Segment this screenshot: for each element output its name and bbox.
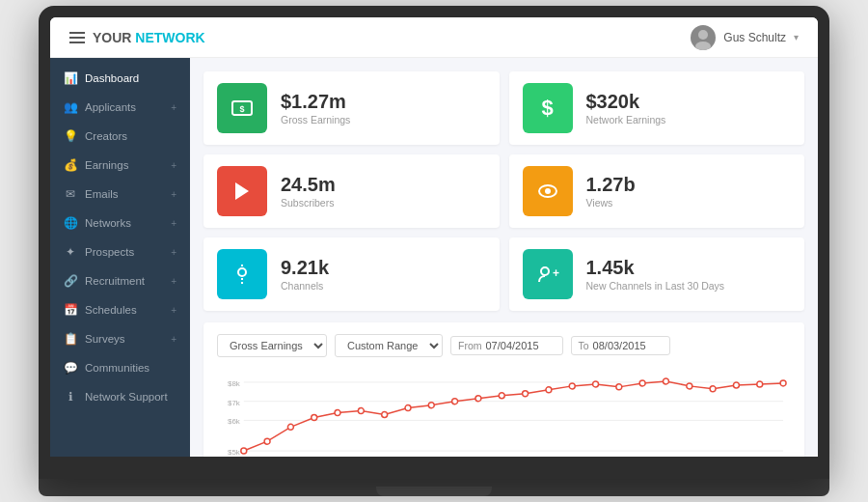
sidebar-plus[interactable]: + — [171, 218, 176, 229]
stat-info-0: $1.27m Gross Earnings — [281, 91, 350, 126]
svg-point-30 — [475, 396, 481, 402]
sidebar-label: Creators — [85, 130, 127, 142]
sidebar-item-creators[interactable]: 💡 Creators — [50, 122, 190, 151]
sidebar-label: Recruitment — [85, 275, 145, 287]
svg-point-23 — [312, 414, 317, 420]
sidebar-label: Emails — [85, 188, 119, 200]
svg-point-31 — [499, 393, 504, 399]
sidebar-plus[interactable]: + — [171, 102, 176, 113]
stat-value-1: $320k — [586, 91, 666, 112]
svg-point-39 — [687, 383, 692, 389]
sidebar-icon: 📊 — [64, 71, 77, 85]
svg-text:$8k: $8k — [228, 379, 240, 388]
sidebar-label: Communities — [85, 362, 149, 374]
svg-point-34 — [569, 383, 575, 389]
svg-text:$: $ — [239, 104, 244, 114]
range-filter[interactable]: Custom Range Last 7 Days Last 30 Days — [335, 334, 443, 357]
stat-value-4: 9.21k — [281, 257, 329, 278]
to-input[interactable] — [593, 340, 663, 351]
sidebar-plus[interactable]: + — [171, 189, 176, 200]
svg-text:$5k: $5k — [228, 448, 240, 457]
svg-point-41 — [733, 382, 739, 388]
sidebar-plus[interactable]: + — [171, 276, 176, 287]
top-bar-left: YOUR NETWORK — [69, 30, 205, 45]
sidebar-plus[interactable]: + — [171, 160, 176, 171]
svg-point-1 — [695, 42, 711, 50]
stat-value-2: 24.5m — [281, 174, 336, 195]
stat-info-2: 24.5m Subscribers — [281, 174, 336, 209]
stat-icon-box-4 — [217, 249, 267, 299]
sidebar-item-surveys[interactable]: 📋 Surveys + — [50, 324, 190, 353]
sidebar-icon: 📅 — [64, 303, 77, 317]
svg-point-32 — [523, 391, 529, 397]
svg-point-40 — [710, 386, 716, 392]
svg-point-26 — [382, 412, 388, 418]
svg-point-37 — [639, 380, 645, 386]
stat-value-3: 1.27b — [586, 174, 636, 195]
stat-info-3: 1.27b Views — [586, 174, 636, 209]
date-range-from[interactable]: From — [450, 336, 563, 355]
stat-label-5: New Channels in Last 30 Days — [586, 280, 725, 292]
stat-icon-box-1: $ — [523, 83, 573, 133]
sidebar-item-earnings[interactable]: 💰 Earnings + — [50, 151, 190, 180]
chart-area: $8k$7k$6k$5k — [217, 367, 791, 457]
sidebar-icon: 🔗 — [64, 274, 77, 288]
top-bar: YOUR NETWORK Gus Schultz ▾ — [50, 17, 818, 58]
sidebar-item-prospects[interactable]: ✦ Prospects + — [50, 237, 190, 266]
user-name: Gus Schultz — [723, 31, 786, 44]
stats-grid: $ $1.27m Gross Earnings $ $320k Network … — [203, 71, 804, 311]
stat-icon-box-0: $ — [217, 83, 267, 133]
stat-card-0: $ $1.27m Gross Earnings — [203, 71, 500, 145]
svg-point-35 — [593, 381, 599, 387]
stat-card-5: + 1.45k New Channels in Last 30 Days — [509, 237, 805, 311]
svg-point-36 — [616, 384, 622, 390]
brand-accent: NETWORK — [135, 30, 204, 45]
sidebar-item-emails[interactable]: ✉ Emails + — [50, 180, 190, 209]
stat-icon-box-5: + — [523, 249, 573, 299]
svg-text:$7k: $7k — [228, 399, 240, 407]
sidebar-label: Dashboard — [85, 72, 139, 84]
sidebar-item-applicants[interactable]: 👥 Applicants + — [50, 93, 190, 122]
stat-info-5: 1.45k New Channels in Last 30 Days — [586, 257, 725, 292]
svg-point-38 — [664, 378, 669, 384]
sidebar-item-network-support[interactable]: ℹ Network Support — [50, 382, 190, 411]
sidebar-plus[interactable]: + — [171, 334, 176, 345]
svg-point-21 — [264, 438, 270, 444]
svg-point-24 — [335, 410, 340, 416]
svg-point-0 — [698, 30, 708, 40]
brand-text: YOUR NETWORK — [93, 30, 205, 45]
sidebar-icon: 💬 — [64, 361, 77, 375]
hamburger-menu[interactable] — [69, 32, 85, 43]
date-range-to[interactable]: To — [571, 336, 670, 355]
svg-point-7 — [238, 268, 246, 276]
stat-icon-box-2 — [217, 166, 267, 216]
user-dropdown-arrow[interactable]: ▾ — [794, 32, 799, 42]
stat-value-0: $1.27m — [281, 91, 350, 112]
stat-label-2: Subscribers — [281, 197, 336, 209]
sidebar-label: Applicants — [85, 101, 136, 113]
avatar — [691, 25, 716, 50]
svg-point-43 — [780, 380, 786, 386]
earnings-filter[interactable]: Gross Earnings Net Earnings Views — [217, 334, 327, 357]
sidebar-item-recruitment[interactable]: 🔗 Recruitment + — [50, 266, 190, 295]
stat-card-3: 1.27b Views — [509, 154, 805, 228]
chart-section: Gross Earnings Net Earnings Views Custom… — [203, 322, 804, 457]
main-content: 📊 Dashboard 👥 Applicants + 💡 Creators 💰 … — [50, 58, 818, 457]
sidebar-label: Network Support — [85, 391, 168, 403]
stat-label-4: Channels — [281, 280, 329, 292]
sidebar-plus[interactable]: + — [171, 305, 176, 316]
sidebar-item-schedules[interactable]: 📅 Schedules + — [50, 295, 190, 324]
sidebar-plus[interactable]: + — [171, 247, 176, 258]
brand-prefix: YOUR — [93, 30, 135, 45]
to-label: To — [579, 340, 589, 351]
sidebar-item-communities[interactable]: 💬 Communities — [50, 353, 190, 382]
sidebar-icon: 💰 — [64, 158, 77, 172]
sidebar-icon: ✉ — [64, 187, 77, 201]
sidebar-icon: ℹ — [64, 390, 77, 404]
sidebar-icon: 💡 — [64, 129, 77, 143]
from-input[interactable] — [486, 340, 556, 351]
content-area: $ $1.27m Gross Earnings $ $320k Network … — [190, 58, 818, 457]
sidebar-item-dashboard[interactable]: 📊 Dashboard — [50, 64, 190, 93]
sidebar-item-networks[interactable]: 🌐 Networks + — [50, 209, 190, 237]
svg-text:+: + — [553, 266, 559, 280]
